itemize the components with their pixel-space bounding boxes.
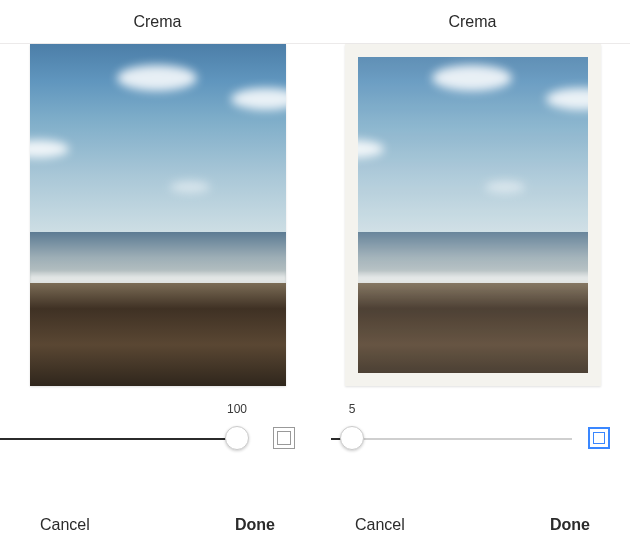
photo-preview	[345, 44, 601, 386]
preview-area	[315, 44, 630, 400]
strength-slider-row: 100	[0, 400, 315, 470]
filter-title: Crema	[0, 0, 315, 44]
filter-pane-left: Crema 100	[0, 0, 315, 559]
preview-area	[0, 44, 315, 400]
photo-preview	[30, 44, 286, 386]
slider-track-filled	[0, 438, 237, 440]
frame-toggle[interactable]	[588, 427, 610, 449]
filter-editor-dual: Crema 100	[0, 0, 630, 559]
done-button[interactable]: Done	[235, 516, 275, 534]
filter-title: Crema	[315, 0, 630, 44]
slider-thumb[interactable]	[340, 426, 364, 450]
frame-toggle-icon	[593, 432, 605, 444]
cancel-button[interactable]: Cancel	[355, 516, 405, 534]
button-bar: Cancel Done	[0, 491, 315, 559]
strength-value: 5	[337, 402, 367, 416]
frame-toggle[interactable]	[273, 427, 295, 449]
cancel-button[interactable]: Cancel	[40, 516, 90, 534]
frame-toggle-icon	[277, 431, 291, 445]
slider-thumb[interactable]	[225, 426, 249, 450]
button-bar: Cancel Done	[315, 491, 630, 559]
done-button[interactable]: Done	[550, 516, 590, 534]
strength-value: 100	[222, 402, 252, 416]
slider-track	[363, 438, 572, 440]
photo-frame	[345, 44, 601, 386]
strength-slider-row: 5	[315, 400, 630, 470]
filter-pane-right: Crema 5	[315, 0, 630, 559]
